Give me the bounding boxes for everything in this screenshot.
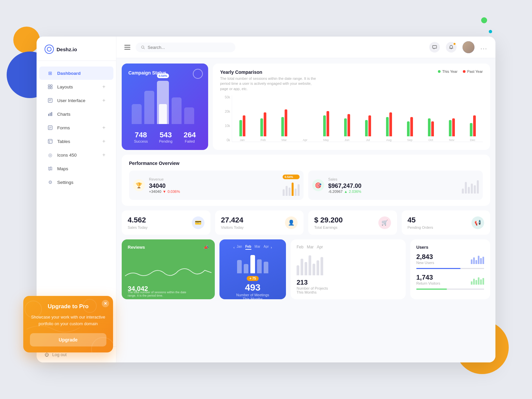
layouts-plus: + [102, 84, 105, 90]
yearly-legend: This Year Past Year [438, 69, 483, 73]
dashboard-body: Campaign Status 0.54% [116, 58, 495, 362]
popup-desc: Showcase your work with our interactive … [30, 314, 106, 327]
bar-red [368, 115, 371, 136]
sidebar-item-icons[interactable]: ◎ Icons 450 + [39, 148, 113, 162]
projects-card: Feb Mar Apr 213 Number of Projects This … [291, 239, 406, 299]
revenue-data: Revenue 34040 +34040 ▼ 0.036% [149, 177, 279, 194]
campaign-card: Campaign Status 0.54% [122, 64, 208, 150]
projects-label2: This Months [297, 290, 400, 294]
hamburger-button[interactable] [124, 45, 130, 50]
header: ... [116, 37, 495, 58]
bar-red [347, 114, 350, 137]
return-users-chart [471, 275, 484, 285]
nu-bar-2 [475, 260, 477, 264]
more-options-button[interactable]: ... [480, 44, 487, 51]
bar-red [327, 111, 329, 137]
bar-green [386, 117, 389, 137]
bar-green [470, 123, 472, 137]
proj-bar-1 [301, 259, 303, 275]
stat-earnings: $ 29.200 Total Earnings 🛒 [308, 210, 397, 235]
sidebar-item-layouts[interactable]: Layouts + [39, 80, 113, 93]
proj-bar-0 [297, 265, 299, 275]
user-avatar[interactable] [463, 41, 474, 53]
logout-label: Log out [52, 352, 66, 357]
projects-data: 213 Number of Projects This Months [297, 279, 400, 294]
search-input[interactable] [148, 45, 230, 50]
upgrade-popup: ✕ Upgrade to Pro Showcase your work with… [23, 296, 113, 352]
bottom-row: Reviews 📣 34,042 The total number of ses… [122, 239, 490, 299]
revenue-icon: 🏆 [133, 179, 145, 191]
legend-past-year: Past Year [463, 69, 483, 73]
return-users-section: 1,743 Return Visitors [416, 274, 484, 290]
bell-icon [449, 45, 454, 50]
stat-failed: 264 Failed [184, 131, 196, 143]
perf-revenue: 🏆 Revenue 34040 +34040 ▼ 0.036% 0.54% [129, 171, 304, 200]
svg-rect-2 [48, 87, 50, 89]
sales-bar-5 [477, 180, 479, 194]
users-card: Users 2,843 New Users [410, 239, 490, 299]
pending-orders-label: Pending Orders [408, 225, 433, 229]
tables-plus: + [102, 138, 105, 144]
meetings-plus-badge: + 75 [247, 276, 259, 281]
meetings-prev[interactable]: ‹ [233, 245, 235, 249]
sidebar-item-settings[interactable]: ⚙ Settings [39, 176, 113, 189]
earnings-num: $ 29.200 [314, 216, 343, 224]
stat-visitors-today: 27.424 Visitors Today 👤 [215, 210, 304, 235]
visitors-icon: 👤 [285, 216, 298, 229]
ru-bar-5 [482, 278, 484, 285]
proj-bar-6 [321, 257, 323, 275]
sidebar-label-layouts: Layouts [57, 84, 73, 89]
month-feb[interactable]: Feb [245, 245, 251, 250]
ru-bar-4 [480, 279, 482, 285]
campaign-bar-4 [172, 97, 182, 124]
month-jan[interactable]: Jan [237, 245, 242, 250]
sidebar-label-settings: Settings [57, 180, 73, 185]
sales-bar-1 [465, 182, 467, 194]
icons-icon: ◎ [47, 152, 53, 158]
month-apr[interactable]: Apr [264, 245, 269, 250]
chat-button[interactable] [429, 42, 440, 53]
revenue-num: 34040 [149, 183, 279, 190]
layouts-icon [47, 84, 53, 90]
meetings-next[interactable]: › [271, 245, 272, 249]
rev-bar-0 [283, 189, 285, 196]
sidebar-item-dashboard[interactable]: ⊞ Dashboard [39, 66, 113, 80]
month-mar[interactable]: Mar [255, 245, 260, 250]
sidebar-item-maps[interactable]: Maps [39, 162, 113, 175]
sidebar-label-maps: Maps [57, 166, 68, 171]
svg-rect-1 [51, 85, 52, 86]
sidebar-label-tables: Tables [57, 139, 70, 144]
meetings-nav: ‹ Jan Feb Mar Apr › [233, 245, 272, 250]
campaign-bar-label: 0.54% [157, 73, 169, 78]
sidebar-item-ui[interactable]: User Interface + [39, 94, 113, 107]
proj-bar-4 [313, 264, 315, 275]
visitors-today-num: 27.424 [221, 216, 244, 224]
bar-red [285, 109, 287, 136]
yearly-title: Yearly Comparison [220, 69, 320, 75]
upgrade-button[interactable]: Upgrade [30, 333, 106, 346]
sidebar-item-charts[interactable]: Charts [39, 107, 113, 121]
avatar-image [463, 41, 474, 53]
performance-row: 🏆 Revenue 34040 +34040 ▼ 0.036% 0.54% [129, 171, 483, 200]
sales-data: Sales $967,247.00 -6.20967 ▲ 2.036% [328, 177, 458, 194]
meeting-bar-2 [244, 264, 248, 273]
new-users-num: 2,843 [416, 253, 434, 261]
search-bar[interactable] [136, 43, 235, 52]
month-label: Jun [344, 138, 349, 142]
nu-bar-3 [478, 256, 479, 264]
rev-bar-1 [286, 186, 288, 196]
forms-icon [47, 125, 53, 131]
sidebar-item-forms[interactable]: Forms + [39, 121, 113, 134]
sidebar-item-tables[interactable]: Tables + [39, 135, 113, 148]
rev-bar-3 [292, 183, 294, 196]
rev-bar-4 [295, 189, 297, 196]
proj-bar-5 [317, 260, 319, 275]
y-axis: 50k 20k 10k 0k [220, 95, 230, 142]
month-group-may: May [316, 96, 336, 142]
return-users-label: Return Visitors [416, 281, 440, 285]
reviews-desc: The total number of sessions within the … [128, 291, 194, 297]
nu-bar-1 [473, 257, 475, 264]
notification-button[interactable] [446, 42, 457, 53]
legend-this-year: This Year [438, 69, 458, 73]
revenue-change: +34040 ▼ 0.036% [149, 190, 279, 194]
